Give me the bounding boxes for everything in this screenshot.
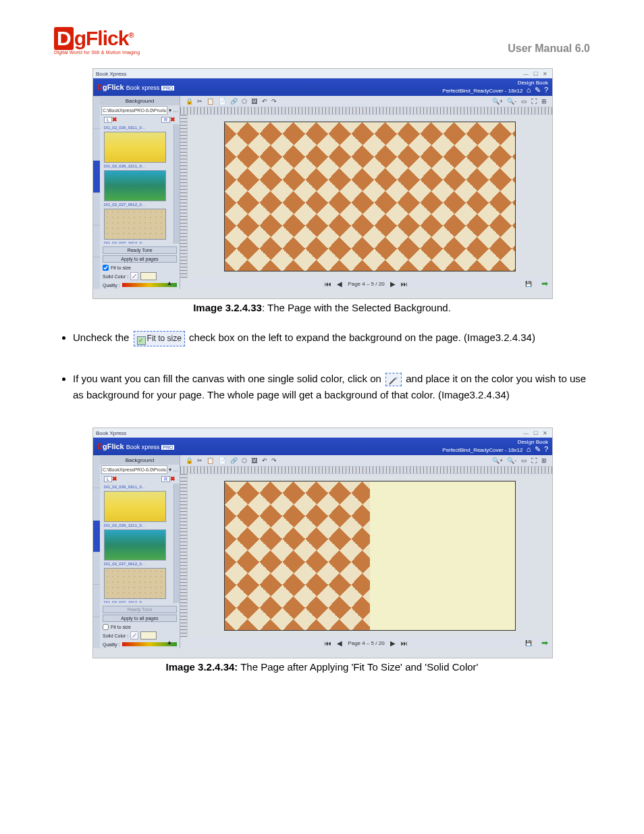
thumbnail-item[interactable]: [104, 491, 166, 522]
expand-icon[interactable]: ⛶: [531, 98, 537, 105]
minimize-icon[interactable]: —: [521, 71, 531, 77]
color-picker-icon[interactable]: [130, 631, 138, 640]
proceed-arrow-icon[interactable]: ➡: [541, 279, 548, 288]
last-page-icon[interactable]: ⏭: [401, 640, 408, 647]
first-page-icon[interactable]: ⏮: [325, 280, 331, 288]
zoom-in-icon[interactable]: 🔍+: [492, 98, 503, 105]
tool-icon[interactable]: 🔗: [230, 457, 238, 464]
thumbnail-item[interactable]: [104, 568, 166, 599]
dropdown-icon[interactable]: ▾: [169, 107, 171, 113]
left-page-chip[interactable]: L: [104, 476, 112, 482]
canvas-area[interactable]: [188, 474, 552, 637]
minimize-icon[interactable]: —: [521, 430, 531, 436]
path-input[interactable]: [101, 465, 167, 474]
tool-icon[interactable]: ✂: [197, 457, 203, 464]
tool-icon[interactable]: 🔒: [186, 98, 193, 105]
tool-icon[interactable]: 📄: [219, 457, 226, 464]
fit-to-size-checkbox[interactable]: [103, 265, 109, 271]
help-icon[interactable]: ?: [544, 86, 548, 94]
tool-icon[interactable]: ✂: [197, 98, 203, 105]
next-page-icon[interactable]: ▶: [390, 640, 396, 647]
tab-layout[interactable]: [93, 96, 100, 128]
clear-right-icon[interactable]: ✖: [170, 116, 176, 123]
tab-title[interactable]: [93, 257, 100, 289]
clear-right-icon[interactable]: ✖: [170, 475, 176, 482]
tool-icon[interactable]: ⬡: [242, 98, 247, 105]
proceed-arrow-icon[interactable]: ➡: [541, 638, 548, 648]
apply-all-button[interactable]: Apply to all pages: [103, 615, 177, 622]
color-picker-icon[interactable]: [130, 272, 138, 280]
tool-icon[interactable]: 📋: [207, 457, 214, 464]
scrollbar[interactable]: [173, 124, 180, 244]
home-icon[interactable]: ⌂: [527, 445, 531, 453]
tab-border[interactable]: [93, 225, 100, 257]
window-controls[interactable]: —☐✕: [521, 71, 549, 77]
tab-photo[interactable]: [93, 488, 100, 520]
fit-to-size-checkbox[interactable]: [103, 624, 109, 630]
tool-icon[interactable]: 🔗: [230, 98, 238, 105]
thumbnail-item[interactable]: [104, 170, 166, 201]
scrollbar[interactable]: [173, 484, 180, 603]
thumbnail-item[interactable]: [104, 529, 166, 561]
quality-slider[interactable]: [122, 283, 177, 287]
tab-layout[interactable]: [93, 455, 100, 488]
redo-icon[interactable]: ↷: [271, 457, 277, 464]
browse-icon[interactable]: …: [173, 467, 178, 473]
ready-tone-button[interactable]: Ready Tone: [103, 246, 177, 254]
path-input[interactable]: [101, 106, 167, 115]
tool-icon[interactable]: 🖼: [251, 457, 257, 464]
left-page-chip[interactable]: L: [104, 117, 112, 123]
tool-icon[interactable]: 🔒: [186, 457, 193, 464]
close-icon[interactable]: ✕: [540, 430, 549, 436]
color-swatch[interactable]: [140, 272, 157, 280]
expand-icon[interactable]: ⛶: [531, 457, 537, 464]
last-page-icon[interactable]: ⏭: [401, 280, 408, 288]
tab-clipart[interactable]: [93, 552, 100, 584]
help-icon[interactable]: ?: [544, 445, 548, 453]
tab-background[interactable]: [93, 520, 100, 552]
clear-left-icon[interactable]: ✖: [112, 116, 117, 123]
apply-all-button[interactable]: Apply to all pages: [103, 255, 177, 263]
tab-border[interactable]: [93, 584, 100, 617]
zoom-out-icon[interactable]: 🔍-: [507, 98, 516, 105]
thumbnail-item[interactable]: [104, 132, 166, 163]
tool-icon[interactable]: 📄: [219, 98, 226, 105]
next-page-icon[interactable]: ▶: [390, 280, 396, 288]
maximize-icon[interactable]: ☐: [531, 430, 540, 436]
tab-photo[interactable]: [93, 128, 100, 161]
maximize-icon[interactable]: ☐: [531, 71, 540, 77]
fit-icon[interactable]: ▭: [521, 98, 527, 105]
fit-icon[interactable]: ▭: [521, 457, 527, 464]
color-swatch[interactable]: [140, 631, 157, 640]
side-tabs[interactable]: [93, 96, 100, 289]
save-icon[interactable]: 💾: [525, 640, 532, 646]
tool-icon[interactable]: ✎: [535, 86, 541, 94]
redo-icon[interactable]: ↷: [271, 98, 277, 105]
save-icon[interactable]: 💾: [525, 281, 532, 287]
right-page-chip[interactable]: R: [161, 476, 170, 482]
zoom-out-icon[interactable]: 🔍-: [507, 457, 516, 464]
quality-slider[interactable]: [122, 642, 177, 646]
canvas-area[interactable]: [188, 115, 552, 278]
home-icon[interactable]: ⌂: [527, 86, 531, 94]
window-controls[interactable]: —☐✕: [521, 430, 549, 436]
prev-page-icon[interactable]: ◀: [337, 280, 342, 288]
close-icon[interactable]: ✕: [540, 71, 549, 77]
prev-page-icon[interactable]: ◀: [337, 640, 342, 647]
tool-icon[interactable]: ⬡: [242, 457, 247, 464]
undo-icon[interactable]: ↶: [262, 457, 267, 464]
right-page-chip[interactable]: R: [161, 117, 170, 123]
ready-tone-button[interactable]: Ready Tone: [103, 606, 177, 613]
dropdown-icon[interactable]: ▾: [169, 467, 171, 473]
tab-title[interactable]: [93, 617, 100, 649]
clear-left-icon[interactable]: ✖: [112, 475, 117, 482]
tab-background[interactable]: [93, 160, 100, 192]
tool-icon[interactable]: 📋: [207, 98, 214, 105]
tab-clipart[interactable]: [93, 192, 100, 225]
zoom-in-icon[interactable]: 🔍+: [492, 457, 503, 464]
undo-icon[interactable]: ↶: [262, 98, 267, 105]
browse-icon[interactable]: …: [173, 107, 178, 113]
thumbnail-item[interactable]: [104, 209, 166, 240]
side-tabs[interactable]: [93, 455, 100, 648]
tool-icon[interactable]: 🖼: [251, 98, 257, 105]
